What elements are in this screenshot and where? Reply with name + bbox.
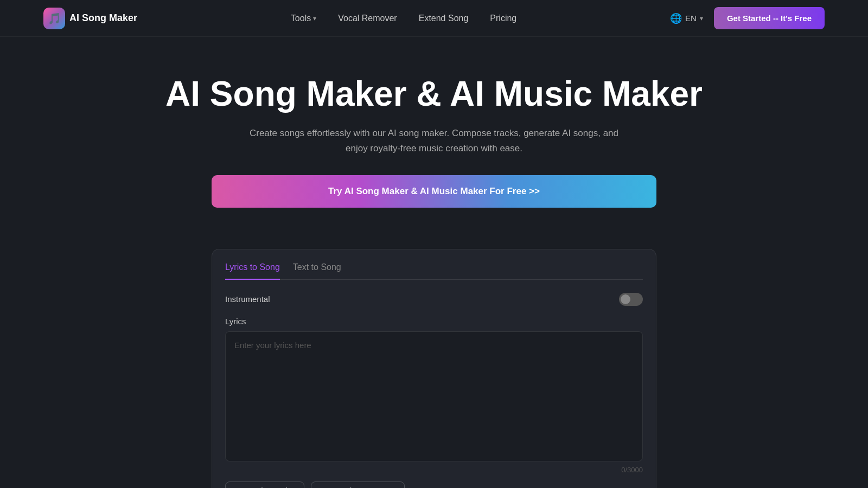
nav-pricing[interactable]: Pricing xyxy=(490,14,516,23)
tab-text-to-song[interactable]: Text to Song xyxy=(293,262,341,280)
lyrics-section: Lyrics 0/3000 xyxy=(225,317,643,474)
hero-title: AI Song Maker & AI Music Maker xyxy=(11,75,857,113)
char-count: 0/3000 xyxy=(225,466,643,474)
lyrics-label: Lyrics xyxy=(225,317,643,326)
hero-cta-button[interactable]: Try AI Song Maker & AI Music Maker For F… xyxy=(212,175,656,208)
nav-vocal-remover[interactable]: Vocal Remover xyxy=(338,14,397,23)
card-container: Lyrics to Song Text to Song Instrumental… xyxy=(0,249,868,488)
toggle-knob xyxy=(621,294,630,304)
nav-tools[interactable]: Tools ▾ xyxy=(291,14,316,23)
action-buttons: ⇄ Random Lyrics ✦ AI Lyrics Generator xyxy=(225,481,643,488)
language-selector[interactable]: 🌐 EN ▾ xyxy=(670,12,703,24)
logo-icon: 🎵 xyxy=(43,8,65,29)
hero-subtitle: Create songs effortlessly with our AI so… xyxy=(239,126,629,155)
navbar-right: 🌐 EN ▾ Get Started -- It's Free xyxy=(670,7,825,29)
lang-chevron-icon: ▾ xyxy=(700,15,703,22)
song-maker-card: Lyrics to Song Text to Song Instrumental… xyxy=(212,249,656,488)
ai-lyrics-generator-button[interactable]: ✦ AI Lyrics Generator xyxy=(311,481,405,488)
tools-chevron-icon: ▾ xyxy=(313,15,316,22)
instrumental-toggle[interactable] xyxy=(619,293,643,306)
random-lyrics-button[interactable]: ⇄ Random Lyrics xyxy=(225,481,304,488)
nav-extend-song[interactable]: Extend Song xyxy=(419,14,469,23)
instrumental-row: Instrumental xyxy=(225,293,643,306)
instrumental-label: Instrumental xyxy=(225,294,270,304)
tab-lyrics-to-song[interactable]: Lyrics to Song xyxy=(225,262,280,280)
navbar: 🎵 AI Song Maker Tools ▾ Vocal Remover Ex… xyxy=(0,0,868,37)
hero-section: AI Song Maker & AI Music Maker Create so… xyxy=(0,37,868,229)
globe-icon: 🌐 xyxy=(670,12,682,24)
brand: 🎵 AI Song Maker xyxy=(43,8,137,29)
nav-links: Tools ▾ Vocal Remover Extend Song Pricin… xyxy=(291,14,516,23)
get-started-button[interactable]: Get Started -- It's Free xyxy=(714,7,825,29)
brand-name: AI Song Maker xyxy=(69,12,137,24)
lyrics-textarea[interactable] xyxy=(225,331,643,461)
tabs: Lyrics to Song Text to Song xyxy=(225,262,643,280)
